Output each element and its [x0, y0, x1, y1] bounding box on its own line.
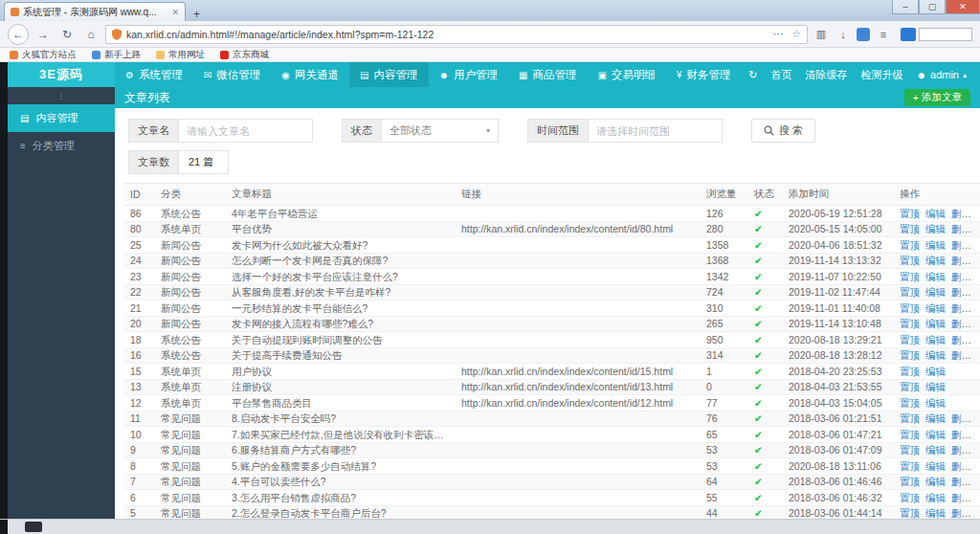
pin-link[interactable]: 置顶: [900, 444, 920, 456]
delete-link[interactable]: 删除: [951, 239, 971, 251]
delete-link[interactable]: 删除: [951, 302, 971, 314]
header-link-home[interactable]: 首页: [770, 68, 791, 82]
nav-item-goods[interactable]: ▦商品管理: [508, 62, 587, 87]
sidebar-toggle-icon[interactable]: ⋮: [8, 87, 115, 104]
bookmark-star-icon[interactable]: ☆: [791, 28, 801, 40]
edit-link[interactable]: 编辑: [925, 444, 946, 456]
new-tab-button[interactable]: +: [186, 8, 208, 21]
sidebar-item-category[interactable]: ≡分类管理: [8, 132, 115, 160]
edit-link[interactable]: 编辑: [925, 381, 946, 392]
pin-link[interactable]: 置顶: [900, 412, 920, 424]
pin-link[interactable]: 置顶: [900, 460, 920, 472]
extension-icon[interactable]: [857, 28, 870, 41]
pin-link[interactable]: 置顶: [900, 476, 920, 487]
pin-link[interactable]: 置顶: [900, 302, 920, 314]
edit-link[interactable]: 编辑: [925, 223, 946, 234]
delete-link[interactable]: 删除: [951, 318, 971, 329]
status-select[interactable]: 全部状态 ▾: [382, 119, 499, 143]
pin-link[interactable]: 置顶: [900, 255, 920, 266]
forward-button[interactable]: →: [33, 25, 53, 44]
nav-item-content[interactable]: ▤内容管理: [349, 62, 428, 87]
edit-link[interactable]: 编辑: [925, 460, 946, 472]
pin-link[interactable]: 置顶: [900, 492, 920, 503]
bookmark-item[interactable]: 火狐官方站点: [10, 49, 77, 61]
edit-link[interactable]: 编辑: [925, 476, 946, 487]
delete-link[interactable]: 删除: [951, 286, 971, 298]
window-maximize-button[interactable]: ▢: [919, 0, 946, 14]
browser-tab[interactable]: 系统管理 - 亲测源码网 www.q... ✕: [4, 2, 186, 21]
bookmark-item[interactable]: 京东商城: [220, 49, 269, 61]
edit-link[interactable]: 编辑: [925, 318, 946, 329]
edit-link[interactable]: 编辑: [925, 255, 946, 266]
edit-link[interactable]: 编辑: [925, 412, 946, 424]
pin-link[interactable]: 置顶: [900, 239, 920, 251]
pin-link[interactable]: 置顶: [900, 271, 920, 282]
delete-link[interactable]: 删除: [951, 271, 971, 282]
header-link-cache[interactable]: 清除缓存: [805, 68, 847, 82]
delete-link[interactable]: 删除: [951, 223, 971, 234]
edit-link[interactable]: 编辑: [925, 349, 946, 361]
tab-close-icon[interactable]: ✕: [171, 8, 179, 17]
pin-link[interactable]: 置顶: [900, 223, 920, 234]
pin-link[interactable]: 置顶: [900, 366, 920, 377]
edit-link[interactable]: 编辑: [925, 397, 946, 409]
page-actions-icon[interactable]: ⋯: [769, 28, 787, 40]
delete-link[interactable]: 删除: [951, 412, 971, 424]
address-bar[interactable]: kan.xrlid.cn/admin.html#!/manage/article…: [105, 25, 808, 44]
library-icon[interactable]: ▥: [813, 28, 830, 40]
downloads-icon[interactable]: ↓: [835, 29, 852, 40]
pin-link[interactable]: 置顶: [900, 349, 920, 361]
widget-icon[interactable]: [901, 28, 916, 41]
nav-item-wechat[interactable]: ✉微信管理: [193, 62, 271, 87]
edit-link[interactable]: 编辑: [925, 492, 946, 503]
pin-link[interactable]: 置顶: [900, 334, 920, 345]
edit-link[interactable]: 编辑: [925, 239, 946, 251]
pin-link[interactable]: 置顶: [900, 381, 920, 392]
edit-link[interactable]: 编辑: [925, 302, 946, 314]
nav-item-gateway[interactable]: ◉网关通道: [271, 62, 349, 87]
home-button[interactable]: ⌂: [81, 25, 100, 44]
pin-link[interactable]: 置顶: [900, 318, 920, 329]
pin-link[interactable]: 置顶: [900, 429, 920, 440]
widget-input[interactable]: [919, 28, 972, 41]
reload-button[interactable]: ↻: [57, 25, 77, 44]
pin-link[interactable]: 置顶: [900, 507, 920, 519]
app-logo[interactable]: 3E源码: [8, 62, 115, 87]
edit-link[interactable]: 编辑: [925, 208, 946, 219]
window-close-button[interactable]: ✕: [946, 0, 980, 14]
delete-link[interactable]: 删除: [951, 429, 971, 440]
delete-link[interactable]: 删除: [951, 476, 971, 487]
nav-item-trade[interactable]: ▣交易明细: [588, 62, 666, 87]
nav-item-user[interactable]: ☻用户管理: [429, 62, 509, 87]
article-name-input[interactable]: [179, 119, 313, 143]
security-shield-icon[interactable]: [112, 29, 122, 40]
window-minimize-button[interactable]: –: [892, 0, 919, 14]
delete-link[interactable]: 删除: [951, 349, 971, 361]
delete-link[interactable]: 删除: [951, 507, 971, 519]
edit-link[interactable]: 编辑: [925, 429, 946, 440]
delete-link[interactable]: 删除: [951, 460, 971, 472]
edit-link[interactable]: 编辑: [925, 286, 946, 298]
pin-link[interactable]: 置顶: [900, 397, 920, 409]
delete-link[interactable]: 删除: [951, 208, 971, 219]
taskbar-app-icon[interactable]: [25, 522, 42, 532]
nav-item-system[interactable]: ⚙系统管理: [115, 62, 193, 87]
bookmark-item[interactable]: 常用网址: [156, 49, 205, 61]
time-range-input[interactable]: [589, 119, 723, 143]
edit-link[interactable]: 编辑: [925, 334, 946, 345]
header-link-upgrade[interactable]: 检测升级: [860, 68, 902, 82]
back-button[interactable]: ←: [8, 24, 29, 45]
edit-link[interactable]: 编辑: [925, 507, 946, 519]
edit-link[interactable]: 编辑: [925, 271, 946, 282]
delete-link[interactable]: 删除: [951, 334, 971, 345]
nav-item-finance[interactable]: ¥财务管理: [666, 62, 742, 87]
edit-link[interactable]: 编辑: [925, 366, 946, 377]
refresh-icon[interactable]: ↻: [748, 69, 757, 81]
delete-link[interactable]: 删除: [951, 255, 971, 266]
menu-icon[interactable]: ≡: [875, 29, 892, 40]
bookmark-item[interactable]: 新手上路: [92, 49, 141, 61]
delete-link[interactable]: 删除: [951, 444, 971, 456]
add-article-button[interactable]: + 添加文章: [904, 89, 970, 106]
search-button[interactable]: 搜 索: [751, 119, 815, 143]
pin-link[interactable]: 置顶: [900, 208, 920, 219]
